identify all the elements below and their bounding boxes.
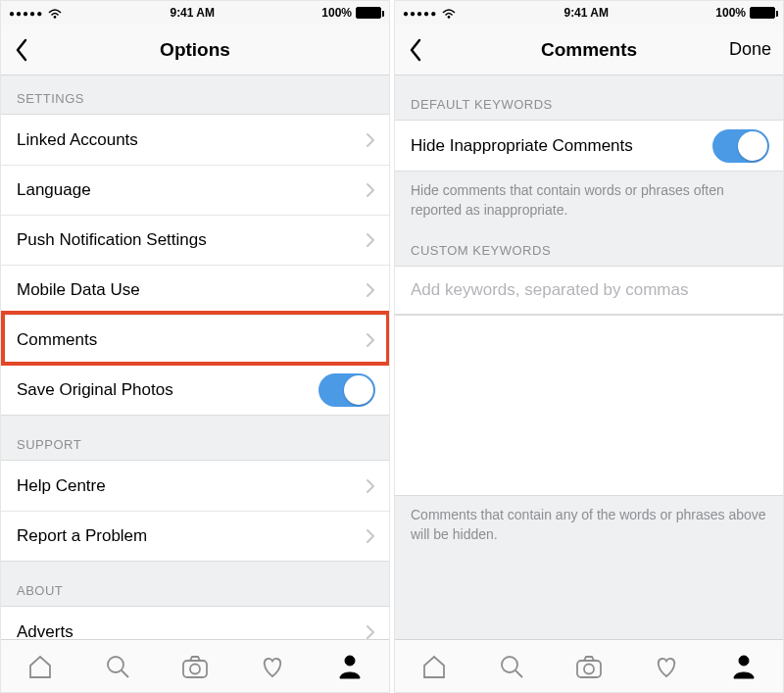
person-icon <box>731 653 757 680</box>
custom-keywords-area <box>395 315 783 496</box>
support-report-problem[interactable]: Report a Problem <box>1 511 389 561</box>
tab-home[interactable] <box>1 640 78 692</box>
settings-push-notifications[interactable]: Push Notification Settings <box>1 215 389 265</box>
chevron-right-icon <box>366 232 375 248</box>
battery-icon <box>750 7 775 19</box>
cell-label: Linked Accounts <box>17 130 138 150</box>
svg-point-5 <box>345 656 355 666</box>
status-bar: ●●●●● 9:41 AM 100% <box>395 1 783 25</box>
person-icon <box>337 653 363 680</box>
cell-label: Comments <box>17 330 97 350</box>
svg-rect-3 <box>183 661 207 677</box>
about-header: ABOUT <box>1 562 389 606</box>
status-time: 9:41 AM <box>170 6 215 20</box>
cell-label: Help Centre <box>17 476 106 496</box>
svg-point-4 <box>190 664 200 673</box>
save-photos-toggle[interactable] <box>318 373 375 407</box>
camera-icon <box>574 653 604 680</box>
hide-inappropriate-comments[interactable]: Hide Inappropriate Comments <box>395 121 783 171</box>
battery-percent: 100% <box>321 6 352 20</box>
cell-label: Adverts <box>17 622 74 640</box>
comments-screen: ●●●●● 9:41 AM 100% Comments Done DEFAULT… <box>394 0 784 693</box>
status-bar: ●●●●● 9:41 AM 100% <box>1 1 389 25</box>
tab-search[interactable] <box>78 640 156 692</box>
svg-point-1 <box>108 657 123 672</box>
svg-point-10 <box>584 664 594 673</box>
tab-activity[interactable] <box>234 640 312 692</box>
chevron-right-icon <box>366 182 375 198</box>
options-content: SETTINGS Linked Accounts Language Push N… <box>1 75 389 639</box>
back-button[interactable] <box>7 25 36 74</box>
tab-search[interactable] <box>472 640 550 692</box>
settings-linked-accounts[interactable]: Linked Accounts <box>1 115 389 165</box>
settings-language[interactable]: Language <box>1 165 389 215</box>
chevron-right-icon <box>366 624 375 640</box>
svg-line-2 <box>122 670 128 677</box>
settings-header: SETTINGS <box>1 75 389 114</box>
default-keywords-group: Hide Inappropriate Comments <box>395 120 783 172</box>
support-group: Help Centre Report a Problem <box>1 460 389 562</box>
status-time: 9:41 AM <box>564 6 609 20</box>
camera-icon <box>180 653 210 680</box>
settings-save-original-photos[interactable]: Save Original Photos <box>1 365 389 415</box>
chevron-left-icon <box>13 36 30 64</box>
chevron-right-icon <box>366 478 375 494</box>
tab-camera[interactable] <box>156 640 233 692</box>
svg-line-8 <box>515 670 522 677</box>
wifi-icon <box>47 7 63 19</box>
svg-point-7 <box>502 657 517 672</box>
page-title: Comments <box>541 39 637 61</box>
cell-label: Report a Problem <box>17 526 147 546</box>
chevron-right-icon <box>366 528 375 544</box>
settings-comments[interactable]: Comments <box>1 315 389 365</box>
battery-percent: 100% <box>715 6 746 20</box>
page-title: Options <box>160 39 230 61</box>
nav-bar: Comments Done <box>395 25 783 75</box>
svg-point-6 <box>448 16 451 19</box>
custom-keywords-input[interactable] <box>411 280 767 300</box>
tab-activity[interactable] <box>628 640 706 692</box>
support-help-centre[interactable]: Help Centre <box>1 461 389 511</box>
hide-inappropriate-toggle[interactable] <box>712 129 769 163</box>
search-icon <box>498 653 525 680</box>
tab-camera[interactable] <box>550 640 627 692</box>
svg-point-0 <box>54 16 57 19</box>
back-button[interactable] <box>401 25 430 74</box>
search-icon <box>104 653 131 680</box>
cell-label: Push Notification Settings <box>17 230 207 250</box>
default-keywords-header: DEFAULT KEYWORDS <box>395 75 783 120</box>
tab-bar <box>1 639 389 692</box>
cell-label: Save Original Photos <box>17 380 173 400</box>
tab-bar <box>395 639 783 692</box>
cell-label: Hide Inappropriate Comments <box>411 136 633 156</box>
svg-rect-9 <box>577 661 601 677</box>
cell-label: Language <box>17 180 91 200</box>
custom-keywords-cell[interactable] <box>395 266 783 315</box>
about-group: Adverts Blog <box>1 606 389 639</box>
chevron-left-icon <box>407 36 424 64</box>
cell-label: Mobile Data Use <box>17 280 140 300</box>
done-button[interactable]: Done <box>729 25 771 74</box>
wifi-icon <box>441 7 457 19</box>
nav-bar: Options <box>1 25 389 75</box>
chevron-right-icon <box>366 282 375 298</box>
custom-keywords-footer: Comments that contain any of the words o… <box>395 496 783 560</box>
tab-profile[interactable] <box>312 640 389 692</box>
support-header: SUPPORT <box>1 416 389 460</box>
hide-inappropriate-footer: Hide comments that contain words or phra… <box>395 172 783 235</box>
chevron-right-icon <box>366 332 375 348</box>
home-icon <box>420 653 448 680</box>
heart-icon <box>259 653 286 680</box>
chevron-right-icon <box>366 132 375 148</box>
settings-mobile-data-use[interactable]: Mobile Data Use <box>1 265 389 315</box>
options-screen: ●●●●● 9:41 AM 100% Options SETTINGS <box>0 0 390 693</box>
comments-content: DEFAULT KEYWORDS Hide Inappropriate Comm… <box>395 75 783 639</box>
heart-icon <box>653 653 680 680</box>
tab-profile[interactable] <box>706 640 783 692</box>
signal-dots-icon: ●●●●● <box>9 8 43 19</box>
home-icon <box>26 653 54 680</box>
svg-point-11 <box>739 656 749 666</box>
tab-home[interactable] <box>395 640 472 692</box>
battery-icon <box>356 7 381 19</box>
about-adverts[interactable]: Adverts <box>1 607 389 639</box>
